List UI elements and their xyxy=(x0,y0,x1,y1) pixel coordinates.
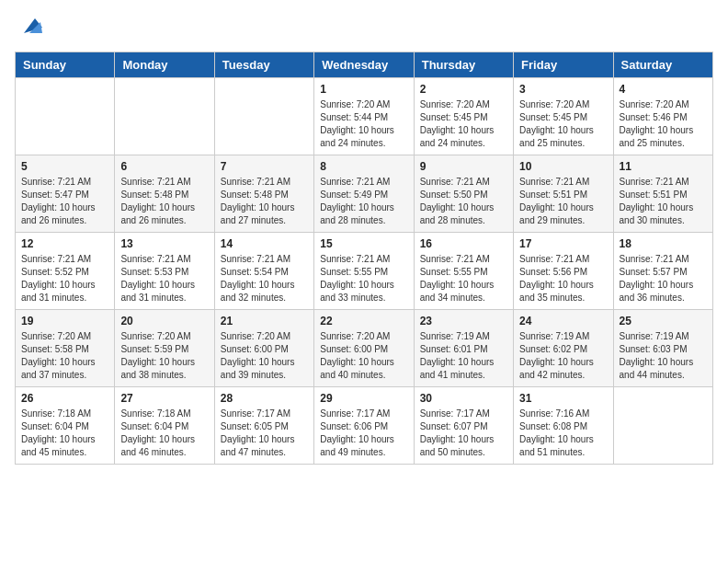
calendar-cell: 15Sunrise: 7:21 AM Sunset: 5:55 PM Dayli… xyxy=(314,233,414,310)
day-info: Sunrise: 7:21 AM Sunset: 5:55 PM Dayligh… xyxy=(320,253,407,304)
day-number: 12 xyxy=(21,237,108,250)
day-number: 28 xyxy=(221,392,308,405)
day-info: Sunrise: 7:20 AM Sunset: 5:44 PM Dayligh… xyxy=(320,98,407,150)
calendar-cell: 8Sunrise: 7:21 AM Sunset: 5:49 PM Daylig… xyxy=(314,155,414,233)
calendar-cell: 16Sunrise: 7:21 AM Sunset: 5:55 PM Dayli… xyxy=(414,233,513,310)
day-info: Sunrise: 7:21 AM Sunset: 5:48 PM Dayligh… xyxy=(120,176,208,227)
day-info: Sunrise: 7:20 AM Sunset: 5:58 PM Dayligh… xyxy=(21,330,108,382)
calendar-cell: 2Sunrise: 7:20 AM Sunset: 5:45 PM Daylig… xyxy=(414,78,513,155)
day-number: 31 xyxy=(519,392,607,405)
day-number: 27 xyxy=(120,392,208,405)
week-row-1: 1Sunrise: 7:20 AM Sunset: 5:44 PM Daylig… xyxy=(16,78,713,155)
weekday-header-row: SundayMondayTuesdayWednesdayThursdayFrid… xyxy=(16,52,713,78)
day-info: Sunrise: 7:18 AM Sunset: 6:04 PM Dayligh… xyxy=(21,408,108,459)
weekday-header-thursday: Thursday xyxy=(414,52,513,78)
day-info: Sunrise: 7:21 AM Sunset: 5:51 PM Dayligh… xyxy=(519,176,607,227)
day-number: 30 xyxy=(420,392,507,405)
day-number: 20 xyxy=(120,315,208,327)
day-number: 14 xyxy=(221,237,308,250)
calendar-cell: 17Sunrise: 7:21 AM Sunset: 5:56 PM Dayli… xyxy=(514,233,613,310)
calendar-cell: 24Sunrise: 7:19 AM Sunset: 6:02 PM Dayli… xyxy=(514,310,613,387)
day-number: 5 xyxy=(21,160,108,173)
day-info: Sunrise: 7:17 AM Sunset: 6:07 PM Dayligh… xyxy=(420,408,507,459)
week-row-2: 5Sunrise: 7:21 AM Sunset: 5:47 PM Daylig… xyxy=(16,155,713,233)
calendar-cell xyxy=(214,78,313,155)
day-info: Sunrise: 7:21 AM Sunset: 5:51 PM Dayligh… xyxy=(620,176,707,227)
day-number: 16 xyxy=(420,237,507,250)
logo-icon xyxy=(17,15,42,40)
weekday-header-friday: Friday xyxy=(514,52,613,78)
day-number: 7 xyxy=(221,160,308,173)
day-info: Sunrise: 7:20 AM Sunset: 6:00 PM Dayligh… xyxy=(320,330,407,382)
day-info: Sunrise: 7:19 AM Sunset: 6:03 PM Dayligh… xyxy=(620,330,707,382)
calendar-cell: 26Sunrise: 7:18 AM Sunset: 6:04 PM Dayli… xyxy=(16,387,115,465)
calendar-cell: 9Sunrise: 7:21 AM Sunset: 5:50 PM Daylig… xyxy=(414,155,513,233)
calendar-cell: 22Sunrise: 7:20 AM Sunset: 6:00 PM Dayli… xyxy=(314,310,414,387)
day-info: Sunrise: 7:20 AM Sunset: 6:00 PM Dayligh… xyxy=(221,330,308,382)
weekday-header-monday: Monday xyxy=(115,52,214,78)
calendar-cell: 14Sunrise: 7:21 AM Sunset: 5:54 PM Dayli… xyxy=(214,233,313,310)
calendar-cell: 31Sunrise: 7:16 AM Sunset: 6:08 PM Dayli… xyxy=(514,387,613,465)
calendar-cell: 29Sunrise: 7:17 AM Sunset: 6:06 PM Dayli… xyxy=(314,387,414,465)
day-number: 10 xyxy=(519,160,607,173)
day-number: 26 xyxy=(21,392,108,405)
calendar-cell: 10Sunrise: 7:21 AM Sunset: 5:51 PM Dayli… xyxy=(514,155,613,233)
day-info: Sunrise: 7:21 AM Sunset: 5:50 PM Dayligh… xyxy=(420,176,507,227)
calendar-cell: 19Sunrise: 7:20 AM Sunset: 5:58 PM Dayli… xyxy=(16,310,115,387)
calendar-cell: 5Sunrise: 7:21 AM Sunset: 5:47 PM Daylig… xyxy=(16,155,115,233)
calendar-cell: 6Sunrise: 7:21 AM Sunset: 5:48 PM Daylig… xyxy=(115,155,214,233)
day-number: 17 xyxy=(519,237,607,250)
calendar-cell: 13Sunrise: 7:21 AM Sunset: 5:53 PM Dayli… xyxy=(115,233,214,310)
calendar-cell: 27Sunrise: 7:18 AM Sunset: 6:04 PM Dayli… xyxy=(115,387,214,465)
day-number: 19 xyxy=(21,315,108,327)
weekday-header-wednesday: Wednesday xyxy=(314,52,414,78)
page-header xyxy=(15,15,713,40)
calendar-cell: 12Sunrise: 7:21 AM Sunset: 5:52 PM Dayli… xyxy=(16,233,115,310)
day-info: Sunrise: 7:21 AM Sunset: 5:56 PM Dayligh… xyxy=(519,253,607,304)
week-row-5: 26Sunrise: 7:18 AM Sunset: 6:04 PM Dayli… xyxy=(16,387,713,465)
day-info: Sunrise: 7:21 AM Sunset: 5:47 PM Dayligh… xyxy=(21,176,108,227)
day-number: 22 xyxy=(320,315,407,327)
calendar-cell: 28Sunrise: 7:17 AM Sunset: 6:05 PM Dayli… xyxy=(214,387,313,465)
day-info: Sunrise: 7:16 AM Sunset: 6:08 PM Dayligh… xyxy=(519,408,607,459)
day-number: 23 xyxy=(420,315,507,327)
week-row-4: 19Sunrise: 7:20 AM Sunset: 5:58 PM Dayli… xyxy=(16,310,713,387)
day-info: Sunrise: 7:19 AM Sunset: 6:01 PM Dayligh… xyxy=(420,330,507,382)
day-number: 6 xyxy=(120,160,208,173)
day-info: Sunrise: 7:20 AM Sunset: 5:45 PM Dayligh… xyxy=(519,98,607,150)
calendar-cell: 25Sunrise: 7:19 AM Sunset: 6:03 PM Dayli… xyxy=(613,310,712,387)
day-number: 8 xyxy=(320,160,407,173)
day-info: Sunrise: 7:17 AM Sunset: 6:06 PM Dayligh… xyxy=(320,408,407,459)
calendar-cell: 3Sunrise: 7:20 AM Sunset: 5:45 PM Daylig… xyxy=(514,78,613,155)
calendar-cell: 11Sunrise: 7:21 AM Sunset: 5:51 PM Dayli… xyxy=(613,155,712,233)
day-number: 13 xyxy=(120,237,208,250)
calendar-cell: 7Sunrise: 7:21 AM Sunset: 5:48 PM Daylig… xyxy=(214,155,313,233)
day-number: 1 xyxy=(320,83,407,96)
day-info: Sunrise: 7:18 AM Sunset: 6:04 PM Dayligh… xyxy=(120,408,208,459)
day-info: Sunrise: 7:21 AM Sunset: 5:48 PM Dayligh… xyxy=(221,176,308,227)
weekday-header-tuesday: Tuesday xyxy=(214,52,313,78)
day-number: 2 xyxy=(420,83,507,96)
calendar-cell xyxy=(16,78,115,155)
weekday-header-sunday: Sunday xyxy=(16,52,115,78)
day-info: Sunrise: 7:19 AM Sunset: 6:02 PM Dayligh… xyxy=(519,330,607,382)
day-number: 24 xyxy=(519,315,607,327)
day-info: Sunrise: 7:21 AM Sunset: 5:49 PM Dayligh… xyxy=(320,176,407,227)
calendar-cell: 18Sunrise: 7:21 AM Sunset: 5:57 PM Dayli… xyxy=(613,233,712,310)
week-row-3: 12Sunrise: 7:21 AM Sunset: 5:52 PM Dayli… xyxy=(16,233,713,310)
day-number: 25 xyxy=(620,315,707,327)
calendar-cell: 23Sunrise: 7:19 AM Sunset: 6:01 PM Dayli… xyxy=(414,310,513,387)
day-number: 15 xyxy=(320,237,407,250)
day-info: Sunrise: 7:21 AM Sunset: 5:54 PM Dayligh… xyxy=(221,253,308,304)
calendar-cell: 30Sunrise: 7:17 AM Sunset: 6:07 PM Dayli… xyxy=(414,387,513,465)
calendar-cell xyxy=(613,387,712,465)
day-number: 11 xyxy=(620,160,707,173)
calendar-cell xyxy=(115,78,214,155)
day-number: 18 xyxy=(620,237,707,250)
day-info: Sunrise: 7:17 AM Sunset: 6:05 PM Dayligh… xyxy=(221,408,308,459)
day-info: Sunrise: 7:21 AM Sunset: 5:53 PM Dayligh… xyxy=(120,253,208,304)
weekday-header-saturday: Saturday xyxy=(613,52,712,78)
day-number: 29 xyxy=(320,392,407,405)
calendar-cell: 4Sunrise: 7:20 AM Sunset: 5:46 PM Daylig… xyxy=(613,78,712,155)
day-info: Sunrise: 7:20 AM Sunset: 5:59 PM Dayligh… xyxy=(120,330,208,382)
